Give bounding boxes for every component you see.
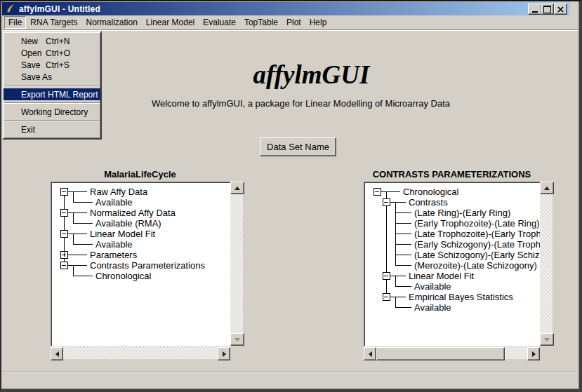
left-tree-vertical-scrollbar[interactable] [230,182,243,346]
arrow-up-icon [234,187,240,190]
left-tree-panel: Raw Affy DataAvailableNormalized Affy Da… [51,182,231,346]
scroll-right-button[interactable] [218,347,230,360]
scroll-up-button[interactable] [230,182,244,194]
menu-item-accelerator: Ctrl+O [46,48,70,58]
close-button[interactable] [554,4,567,15]
scroll-up-button[interactable] [540,182,554,194]
file-menu-item-new[interactable]: NewCtrl+N [4,35,100,47]
right-tree-title: CONTRASTS PARAMETERIZATIONS [364,169,540,180]
left-tree-item-chronological[interactable]: Chronological [95,271,152,281]
menu-item-label: Working Directory [21,107,88,117]
feather-icon[interactable] [5,4,15,14]
menu-item-accelerator: Ctrl+N [46,36,70,46]
left-tree-title: MalariaLifeCycle [51,169,230,180]
file-menu-item-working-directory[interactable]: Working Directory [4,106,100,118]
window-title: affylmGUI - Untitled [19,4,100,14]
right-tree-item-available[interactable]: Available [414,281,451,292]
file-menu-item-save[interactable]: SaveCtrl+S [4,59,100,71]
menubar-item-plot[interactable]: Plot [282,16,305,29]
left-tree-item-parameters[interactable]: Parameters [90,250,137,260]
right-tree-item-late-schizogony-early-schiz[interactable]: (Late Schizogony)-(Early Schiz [414,250,539,260]
menu-item-label: Export HTML Report [21,90,95,100]
arrow-left-icon [369,351,372,357]
menubar-item-toptable[interactable]: TopTable [240,16,282,29]
arrow-left-icon [55,351,59,357]
right-tree-item-empirical-bayes-statistics[interactable]: Empirical Bayes Statistics [409,292,513,302]
menu-separator [4,120,100,121]
scroll-right-button[interactable] [527,347,540,360]
menubar-item-help[interactable]: Help [305,16,331,29]
menubar-item-normalization[interactable]: Normalization [82,16,142,29]
menu-item-label: Save [21,60,46,70]
right-tree-item-merozoite-late-schizogony[interactable]: (Merozoite)-(Late Schizogony) [414,260,537,271]
left-tree-item-available[interactable]: Available [95,239,133,250]
file-menu-item-open[interactable]: OpenCtrl+O [4,47,100,59]
titlebar: affylmGUI - Untitled [2,2,570,15]
right-tree-item-early-trophozoite-late-ring[interactable]: (Early Trophozoite)-(Late Ring) [414,218,539,229]
scroll-down-button[interactable] [230,333,244,346]
right-tree-item-early-schizogony-late-troph[interactable]: (Early Schizogony)-(Late Troph [414,239,541,250]
left-tree-item-normalized-affy-data[interactable]: Normalized Affy Data [90,208,176,218]
file-menu-item-exit[interactable]: Exit [4,123,100,135]
arrow-right-icon [223,351,226,357]
menu-item-accelerator: Ctrl+S [46,60,70,70]
scroll-down-button[interactable] [540,333,554,346]
menu-item-label: Open [21,48,46,58]
left-tree-item-contrasts-parameterizations[interactable]: Contrasts Parameterizations [90,260,205,271]
menu-item-label: Save As [21,72,52,82]
left-tree-item-available-rma[interactable]: Available (RMA) [95,218,161,229]
menu-separator [4,102,100,104]
bottom-divider [3,372,577,373]
affylmgui-window: affylmGUI - Untitled FileRNA TargetsNorm… [0,0,582,392]
right-tree-item-chronological[interactable]: Chronological [403,187,459,197]
left-tree-item-linear-model-fit[interactable]: Linear Model Fit [90,229,155,239]
menubar-item-file[interactable]: File [4,16,26,29]
minimize-button[interactable] [528,4,541,15]
left-tree-item-raw-affy-data[interactable]: Raw Affy Data [90,187,147,197]
right-tree-panel: ChronologicalContrasts(Late Ring)-(Early… [364,182,541,346]
left-tree-horizontal-scrollbar[interactable] [51,347,230,359]
close-icon [557,6,564,13]
right-tree-horizontal-scrollbar[interactable] [364,347,540,359]
minimize-icon [532,11,538,13]
file-menu-item-export-html-report[interactable]: Export HTML Report [4,88,100,100]
data-set-name-button[interactable]: Data Set Name [260,137,336,156]
right-tree-item-contrasts[interactable]: Contrasts [409,197,448,208]
right-tree-item-available[interactable]: Available [414,302,451,313]
maximize-icon [543,6,551,13]
left-tree-item-available[interactable]: Available [95,197,133,208]
menubar-item-linear-model[interactable]: Linear Model [142,16,199,29]
right-tree-item-linear-model-fit[interactable]: Linear Model Fit [409,271,474,281]
menubar-item-rna-targets[interactable]: RNA Targets [26,16,81,29]
menubar-item-evaluate[interactable]: Evaluate [199,16,240,29]
menu-item-label: New [21,36,46,46]
right-tree-vertical-scrollbar[interactable] [540,182,553,346]
arrow-up-icon [544,187,550,190]
app-title: affylmGUI [41,60,582,90]
file-menu-item-save-as[interactable]: Save As [4,71,100,83]
scroll-left-button[interactable] [51,347,63,360]
menu-item-label: Exit [21,125,46,135]
right-tree-item-late-trophozoite-early-troph[interactable]: (Late Trophozoite)-(Early Troph [414,229,541,239]
menubar: FileRNA TargetsNormalizationLinear Model… [2,15,578,30]
scrollbar-thumb[interactable] [376,347,505,360]
file-menu: NewCtrl+NOpenCtrl+OSaveCtrl+SSave AsExpo… [2,31,102,140]
right-tree-item-late-ring-early-ring[interactable]: (Late Ring)-(Early Ring) [414,208,510,218]
menu-separator [4,85,100,86]
welcome-text: Welcome to affylmGUI, a package for Line… [20,98,582,109]
arrow-down-icon [544,338,550,342]
scroll-left-button[interactable] [364,347,376,360]
maximize-button[interactable] [541,4,554,15]
arrow-right-icon [532,351,536,357]
arrow-down-icon [234,338,240,342]
